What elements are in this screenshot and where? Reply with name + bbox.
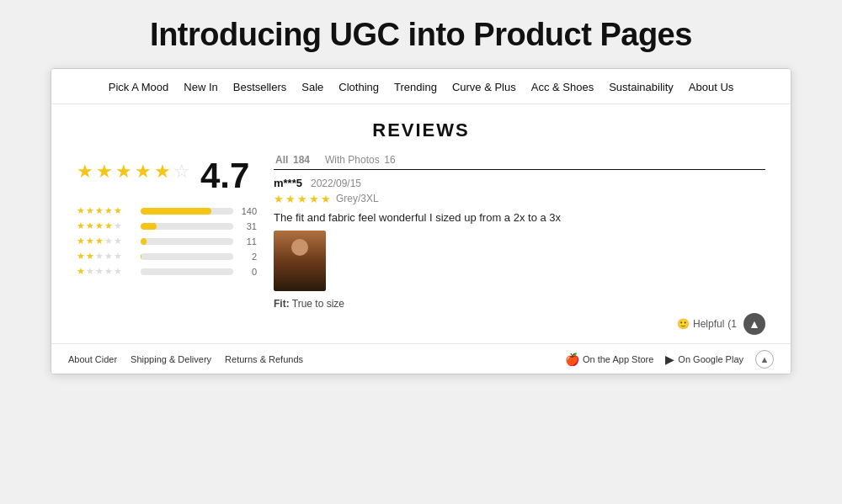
reviewer-line: m***5 2022/09/15 (274, 177, 765, 189)
footer-bar: About Cider Shipping & Delivery Returns … (51, 343, 791, 374)
bar-fill-5 (141, 208, 211, 215)
footer-links: About Cider Shipping & Delivery Returns … (68, 354, 303, 364)
bar-track-2 (141, 253, 233, 260)
reviews-section-title: REVIEWS (77, 119, 765, 141)
star-4: ★ (135, 161, 152, 183)
nav-sustainability[interactable]: Sustainability (609, 81, 674, 93)
bar-count-4: 31 (238, 221, 257, 231)
main-content: REVIEWS ★ ★ ★ ★ ★ ☆ 4.7 (51, 104, 791, 343)
review-item: m***5 2022/09/15 ★★★★★ Grey/3XL The fit … (274, 177, 765, 335)
nav-trending[interactable]: Trending (394, 81, 437, 93)
nav-curve-plus[interactable]: Curve & Plus (452, 81, 516, 93)
bar-count-2: 2 (238, 252, 257, 262)
google-play-link[interactable]: ▶ On Google Play (665, 353, 743, 366)
bar-track-5 (141, 208, 233, 215)
bar-row-2: ★★★★★ 2 (77, 251, 257, 262)
review-photo (274, 231, 326, 291)
upvote-button[interactable]: ▲ (743, 313, 765, 335)
page-title: Introducing UGC into Product Pages (150, 17, 692, 53)
bar-track-1 (141, 268, 233, 275)
bar-fill-4 (141, 223, 157, 230)
photo-person-visual (274, 231, 326, 291)
bar-count-5: 140 (238, 206, 257, 216)
browser-window: Pick A Mood New In Bestsellers Sale Clot… (51, 68, 791, 374)
reviewer-stars: ★★★★★ (274, 193, 331, 205)
bar-stars-2: ★★★★★ (77, 251, 136, 262)
footer-apps: 🍎 On the App Store ▶ On Google Play ▲ (565, 350, 774, 369)
discount-side-tab[interactable]: ✦ WANT EXTRA 15% OFF? (791, 180, 791, 289)
bar-count-3: 11 (238, 236, 257, 247)
scroll-to-top-button[interactable]: ▲ (755, 350, 774, 369)
rating-bars: ★★★★★ 140 ★★★★★ (77, 205, 257, 277)
star-1: ★ (77, 161, 93, 183)
bar-track-4 (141, 223, 233, 230)
app-store-link[interactable]: 🍎 On the App Store (565, 353, 653, 366)
reviewer-date: 2022/09/15 (311, 178, 361, 189)
star-5-empty: ☆ (173, 161, 190, 183)
filter-tabs: All 184 With Photos 16 (274, 153, 765, 170)
bar-row-1: ★★★★★ 0 (77, 266, 257, 277)
average-stars: ★ ★ ★ ★ ★ ☆ (77, 161, 190, 183)
bar-fill-2 (141, 253, 141, 260)
nav-bestsellers[interactable]: Bestsellers (233, 81, 287, 93)
nav-bar: Pick A Mood New In Bestsellers Sale Clot… (51, 69, 791, 104)
google-play-icon: ▶ (665, 353, 674, 366)
reviewer-name: m***5 (274, 177, 302, 189)
nav-sale[interactable]: Sale (301, 81, 323, 93)
filter-photos-tab[interactable]: With Photos 16 (323, 153, 396, 166)
bar-stars-5: ★★★★★ (77, 205, 136, 216)
apple-icon: 🍎 (565, 353, 579, 366)
nav-new-in[interactable]: New In (184, 81, 217, 93)
nav-pick-a-mood[interactable]: Pick A Mood (109, 81, 169, 93)
bar-track-3 (141, 238, 233, 245)
helpful-line: 🙂 Helpful (1 ▲ (274, 313, 765, 335)
star-2: ★ (96, 161, 113, 183)
filter-all-tab[interactable]: All 184 (274, 153, 310, 166)
footer-returns[interactable]: Returns & Refunds (225, 354, 303, 364)
nav-acc-shoes[interactable]: Acc & Shoes (531, 81, 594, 93)
nav-clothing[interactable]: Clothing (338, 81, 379, 93)
bar-count-1: 0 (238, 267, 257, 277)
footer-shipping[interactable]: Shipping & Delivery (131, 354, 211, 364)
helpful-button[interactable]: 🙂 Helpful (1 (677, 318, 737, 330)
fit-line: Fit: True to size (274, 298, 765, 310)
nav-about-us[interactable]: About Us (689, 81, 733, 93)
bar-row-4: ★★★★★ 31 (77, 220, 257, 231)
bar-stars-1: ★★★★★ (77, 266, 136, 277)
star-3: ★ (115, 161, 132, 183)
average-rating-number: 4.7 (200, 158, 249, 194)
reviews-body: ★ ★ ★ ★ ★ ☆ 4.7 ★★★★★ (77, 153, 765, 335)
rating-summary: ★ ★ ★ ★ ★ ☆ 4.7 ★★★★★ (77, 153, 257, 277)
bar-row-5: ★★★★★ 140 (77, 205, 257, 216)
review-detail: All 184 With Photos 16 m***5 2022/09/15 (274, 153, 765, 335)
star-4-half: ★ (154, 161, 171, 183)
reviewer-size: Grey/3XL (336, 193, 379, 204)
footer-about-cider[interactable]: About Cider (68, 354, 117, 364)
bar-fill-3 (141, 238, 147, 245)
review-text: The fit and fabric feel wonderful I size… (274, 211, 765, 224)
bar-stars-4: ★★★★★ (77, 220, 136, 231)
bar-stars-3: ★★★★★ (77, 236, 136, 247)
bar-row-3: ★★★★★ 11 (77, 236, 257, 247)
